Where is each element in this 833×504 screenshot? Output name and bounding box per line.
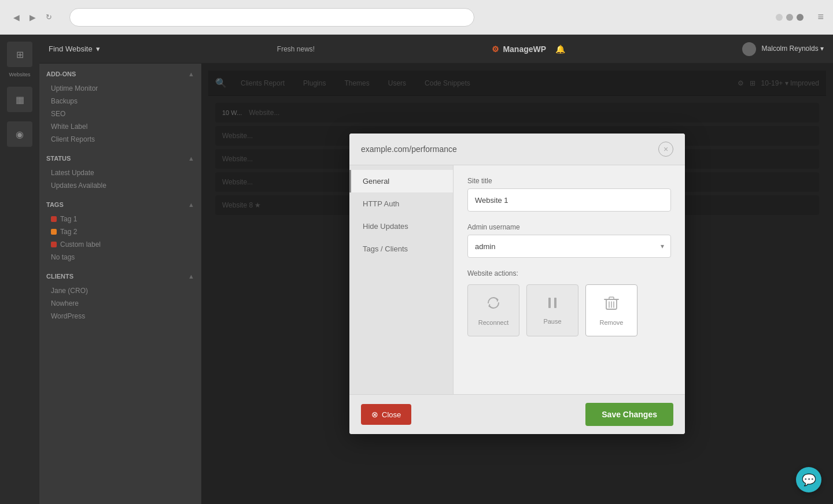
close-button[interactable]: ⊗ Close	[361, 404, 411, 425]
chat-icon: 💬	[802, 473, 816, 487]
admin-username-select-wrapper: admin	[467, 235, 671, 258]
pause-icon	[545, 296, 559, 313]
admin-username-group: Admin username admin	[467, 223, 671, 258]
remove-icon	[604, 295, 619, 314]
tag-red2[interactable]: Custom label	[46, 238, 194, 251]
modal-overlay: example.com/performance × General HTTP A…	[201, 64, 833, 504]
browser-nav: ◀ ▶ ↻	[9, 10, 56, 24]
remove-button[interactable]: Remove	[585, 284, 637, 336]
clients-section-title: Clients ▲	[46, 273, 194, 280]
brand-logo: ⚙ ManageWP	[492, 45, 546, 54]
modal-main-content: Site title Admin username admin	[454, 165, 685, 394]
website-actions-label: Website actions:	[467, 269, 671, 277]
modal-nav-general[interactable]: General	[349, 170, 453, 192]
modal-body: General HTTP Auth Hide Updates Tags / Cl…	[349, 165, 685, 394]
admin-username-label: Admin username	[467, 223, 671, 231]
addons-item-whitelabel[interactable]: White Label	[46, 120, 194, 133]
modal-sidebar-nav: General HTTP Auth Hide Updates Tags / Cl…	[349, 165, 454, 394]
dot-3	[797, 14, 803, 21]
users-icon: ◉	[16, 129, 24, 140]
notification-icon[interactable]: 🔔	[555, 45, 565, 54]
client-jane[interactable]: Jane (CRO)	[46, 284, 194, 297]
right-panel: 🔍 Clients Report Plugins Themes Users Co…	[201, 64, 833, 504]
addons-section-title: Add-ons ▲	[46, 71, 194, 77]
modal-title: example.com/performance	[361, 144, 457, 154]
find-website-dropdown[interactable]: Find Website ▾	[49, 45, 100, 53]
left-panel: Add-ons ▲ Uptime Monitor Backups SEO Whi…	[39, 64, 201, 504]
status-section-title: Status ▲	[46, 155, 194, 162]
browser-menu-icon[interactable]: ≡	[817, 11, 824, 23]
tags-section-title: Tags ▲	[46, 201, 194, 208]
brand-name: ManageWP	[503, 45, 546, 54]
clients-collapse-icon[interactable]: ▲	[188, 273, 194, 280]
sidebar-item-users[interactable]: ◉	[7, 121, 32, 147]
top-bar: Find Website ▾ Fresh news! ⚙ ManageWP 🔔 …	[39, 35, 833, 64]
tag-notag[interactable]: No tags	[46, 251, 194, 264]
dot-1	[776, 14, 783, 21]
admin-username-select[interactable]: admin	[467, 235, 671, 258]
pause-button[interactable]: Pause	[526, 284, 578, 336]
clients-section: Clients ▲ Jane (CRO) Nowhere WordPress	[46, 273, 194, 323]
chat-button[interactable]: 💬	[796, 467, 821, 492]
svg-rect-4	[609, 297, 614, 299]
addons-item-clientreports[interactable]: Client Reports	[46, 133, 194, 146]
addons-item-seo[interactable]: SEO	[46, 108, 194, 120]
modal-dialog: example.com/performance × General HTTP A…	[349, 134, 685, 434]
app-sidebar: ⊞ Websites ▦ ◉	[0, 35, 39, 504]
url-bar[interactable]	[69, 8, 474, 27]
sidebar-item-websites[interactable]: ⊞	[7, 42, 32, 67]
save-changes-button[interactable]: Save Changes	[585, 403, 673, 426]
modal-header: example.com/performance ×	[349, 134, 685, 165]
reconnect-button[interactable]: Reconnect	[467, 284, 519, 336]
remove-label: Remove	[600, 319, 624, 326]
status-collapse-icon[interactable]: ▲	[188, 155, 194, 162]
sidebar-item-stats[interactable]: ▦	[7, 87, 32, 112]
website-actions-group: Website actions:	[467, 269, 671, 336]
websites-icon: ⊞	[16, 49, 24, 60]
forward-button[interactable]: ▶	[25, 10, 39, 24]
client-wordpress[interactable]: WordPress	[46, 310, 194, 323]
find-website-label: Find Website	[49, 45, 93, 53]
find-website-chevron: ▾	[96, 45, 100, 53]
close-label: Close	[382, 410, 401, 419]
client-nowhere[interactable]: Nowhere	[46, 297, 194, 310]
reconnect-icon	[485, 295, 502, 314]
svg-rect-1	[554, 298, 556, 308]
tag-orange[interactable]: Tag 2	[46, 225, 194, 238]
close-circle-icon: ⊗	[371, 410, 378, 419]
brand-icon: ⚙	[492, 45, 499, 54]
status-item-latestupdate[interactable]: Latest Update	[46, 166, 194, 179]
modal-footer: ⊗ Close Save Changes	[349, 394, 685, 434]
addons-collapse-icon[interactable]: ▲	[188, 71, 194, 77]
username-label: Malcolm Reynolds ▾	[762, 45, 824, 53]
back-button[interactable]: ◀	[9, 10, 23, 24]
dot-2	[786, 14, 793, 21]
fresh-news-label: Fresh news!	[277, 45, 315, 53]
addons-section: Add-ons ▲ Uptime Monitor Backups SEO Whi…	[46, 71, 194, 146]
content-wrapper: Add-ons ▲ Uptime Monitor Backups SEO Whi…	[39, 64, 833, 504]
addons-item-backups[interactable]: Backups	[46, 95, 194, 108]
modal-nav-http-auth[interactable]: HTTP Auth	[349, 192, 453, 215]
tags-collapse-icon[interactable]: ▲	[188, 201, 194, 208]
main-content: Find Website ▾ Fresh news! ⚙ ManageWP 🔔 …	[39, 35, 833, 504]
pause-label: Pause	[543, 318, 561, 325]
site-title-input[interactable]	[467, 188, 671, 212]
modal-nav-tags-clients[interactable]: Tags / Clients	[349, 238, 453, 260]
app-background: ⊞ Websites ▦ ◉ Find Website ▾ Fresh news…	[0, 35, 833, 504]
site-title-group: Site title	[467, 177, 671, 212]
sidebar-label-websites: Websites	[9, 72, 31, 77]
site-title-label: Site title	[467, 177, 671, 185]
status-section: Status ▲ Latest Update Updates Available	[46, 155, 194, 192]
status-item-updatesavailable[interactable]: Updates Available	[46, 179, 194, 192]
tags-section: Tags ▲ Tag 1 Tag 2 Custom label No tags	[46, 201, 194, 264]
save-label: Save Changes	[602, 410, 657, 419]
addons-item-uptime[interactable]: Uptime Monitor	[46, 82, 194, 95]
modal-nav-hide-updates[interactable]: Hide Updates	[349, 215, 453, 238]
browser-chrome: ◀ ▶ ↻ ≡	[0, 0, 833, 35]
window-controls	[776, 14, 803, 21]
stats-icon: ▦	[16, 94, 24, 105]
modal-x-button[interactable]: ×	[658, 142, 673, 157]
reload-button[interactable]: ↻	[42, 10, 56, 24]
user-menu[interactable]: Malcolm Reynolds ▾	[742, 42, 824, 56]
tag-red[interactable]: Tag 1	[46, 213, 194, 225]
